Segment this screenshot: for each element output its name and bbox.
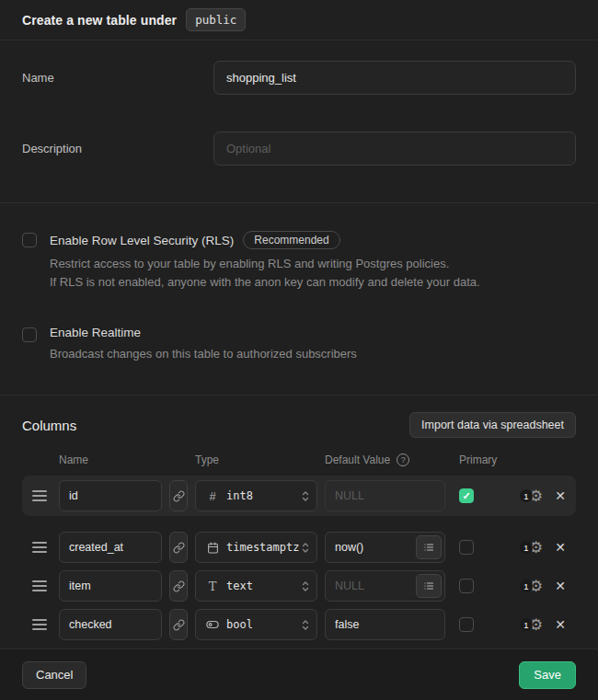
recommended-badge: Recommended [243,231,339,249]
columns-table-headers: Name Type Default Value ? Primary [22,453,576,466]
column-settings-button[interactable]: 1 ⚙ [520,579,543,594]
column-settings-button[interactable]: 1 ⚙ [520,540,543,556]
foreign-key-link-button[interactable] [169,570,188,602]
header-name: Name [59,453,195,466]
column-type-label: int8 [221,489,300,502]
help-icon[interactable]: ? [397,453,409,466]
rls-label: Enable Row Level Security (RLS) [50,234,234,247]
chevron-updown-icon [300,618,311,632]
import-spreadsheet-button[interactable]: Import data via spreadsheet [409,412,576,438]
realtime-checkbox[interactable] [22,327,37,342]
column-type-select[interactable]: bool [195,609,317,640]
remove-column-button[interactable]: ✕ [555,579,566,593]
primary-checkbox[interactable] [459,540,474,555]
link-icon [173,619,185,631]
drag-handle-icon[interactable] [32,619,47,630]
toggle-icon [204,618,221,631]
default-value-picker-button[interactable] [416,535,442,559]
column-type-select[interactable]: timestamptz [195,532,317,563]
column-type-select[interactable]: # int8 [195,480,317,511]
column-row-checked: bool 1 ⚙ ✕ [22,605,576,644]
list-icon [423,580,434,591]
column-name-input[interactable] [59,480,162,511]
realtime-description: Broadcast changes on this table to autho… [50,345,357,363]
settings-count-badge: 1 [520,618,533,631]
options-section: Enable Row Level Security (RLS) Recommen… [0,203,598,396]
remove-column-button[interactable]: ✕ [555,540,566,555]
link-icon [173,490,185,502]
column-type-select[interactable]: T text [195,570,317,602]
column-row-id: # int8 ✓ 1 ⚙ ✕ [22,476,576,516]
columns-title: Columns [22,418,76,433]
column-name-input[interactable] [59,570,162,602]
settings-count-badge: 1 [520,489,533,502]
link-icon [173,580,185,592]
column-settings-button[interactable]: 1 ⚙ [520,617,543,633]
list-icon [423,542,434,553]
header-type: Type [195,453,325,466]
column-row-item: T text 1 ⚙ ✕ [22,567,576,605]
settings-count-badge: 1 [520,580,533,592]
foreign-key-link-button[interactable] [169,609,188,640]
realtime-block: Enable Realtime Broadcast changes on thi… [22,326,576,363]
link-icon [173,542,185,554]
column-row-created-at: timestamptz 1 ⚙ ✕ [22,528,576,567]
columns-rows: # int8 ✓ 1 ⚙ ✕ [22,476,576,644]
rls-description: Restrict access to your table by enablin… [50,255,480,292]
column-type-label: timestamptz [221,541,300,554]
name-label: Name [22,71,213,85]
primary-checkbox[interactable] [459,579,474,593]
primary-checkbox[interactable] [459,617,474,632]
column-default-input[interactable] [325,609,445,640]
remove-column-button[interactable]: ✕ [555,488,566,503]
foreign-key-link-button[interactable] [169,480,188,511]
name-field-row: Name [22,61,576,95]
drag-handle-icon[interactable] [32,580,47,591]
chevron-updown-icon [300,580,311,593]
column-name-input[interactable] [59,609,162,640]
text-type-icon: T [204,580,221,593]
description-field-row: Description [22,132,576,166]
column-default-input [325,480,445,511]
description-label: Description [22,142,213,155]
columns-section: Columns Import data via spreadsheet Name… [0,396,598,648]
dialog-title: Create a new table under [22,13,177,28]
rls-checkbox[interactable] [22,233,37,247]
foreign-key-link-button[interactable] [169,532,188,563]
cancel-button[interactable]: Cancel [22,661,86,689]
dialog-header: Create a new table under public [0,0,598,40]
primary-checkbox[interactable]: ✓ [459,488,474,503]
default-value-picker-button[interactable] [416,574,442,598]
chevron-updown-icon [300,541,311,555]
create-table-dialog: Create a new table under public Name Des… [0,0,598,700]
rls-content: Enable Row Level Security (RLS) Recommen… [50,231,480,292]
column-type-label: bool [221,618,300,631]
realtime-content: Enable Realtime Broadcast changes on thi… [50,326,357,363]
column-name-input[interactable] [59,532,162,563]
dialog-footer: Cancel Save [0,648,598,700]
calendar-icon [204,542,221,554]
realtime-label: Enable Realtime [50,326,141,339]
chevron-updown-icon [300,489,311,503]
remove-column-button[interactable]: ✕ [555,617,566,632]
save-button[interactable]: Save [519,661,576,689]
table-description-input[interactable] [213,132,576,166]
header-default-value: Default Value ? [325,453,459,466]
hash-icon: # [204,489,221,503]
settings-count-badge: 1 [520,541,533,554]
schema-badge: public [186,8,246,31]
rls-block: Enable Row Level Security (RLS) Recommen… [22,231,576,292]
header-primary: Primary [459,453,497,466]
drag-handle-icon[interactable] [32,542,47,553]
column-settings-button[interactable]: 1 ⚙ [520,488,543,504]
general-section: Name Description [0,40,598,203]
drag-handle-icon[interactable] [32,490,47,501]
table-name-input[interactable] [213,61,576,95]
column-type-label: text [221,580,300,592]
